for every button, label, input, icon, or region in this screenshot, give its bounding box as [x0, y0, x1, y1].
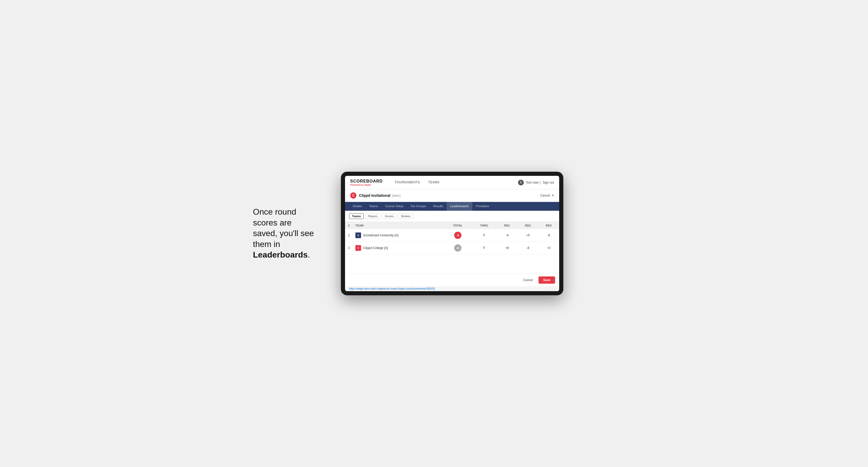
status-bar: https://stage-blue-coach.stagescore boar… — [345, 286, 559, 291]
col-thru: THRU — [471, 222, 497, 229]
sub-nav: Details Teams Course Setup Tee Groups Re… — [345, 202, 559, 211]
col-rd2: RD2 — [518, 222, 538, 229]
row1-rank: 1 — [345, 229, 353, 242]
col-rd1: RD1 — [497, 222, 518, 229]
col-rank: # — [345, 222, 353, 229]
nav-teams[interactable]: TEAMS — [424, 176, 444, 189]
row2-rd1: +8 — [497, 242, 518, 254]
modal-footer: Cancel Save — [345, 274, 559, 286]
tab-tee-groups[interactable]: Tee Groups — [407, 202, 429, 211]
row2-team-name: Clippd College [A] — [363, 246, 388, 250]
filter-scores-button[interactable]: Scores — [382, 213, 397, 219]
left-text-line2: scores are — [253, 218, 291, 227]
col-total: TOTAL — [444, 222, 471, 229]
left-text-period: . — [308, 250, 310, 259]
row1-score-badge: -5 — [454, 232, 461, 239]
close-icon: ✕ — [551, 194, 554, 197]
filter-strokes-button[interactable]: Strokes — [398, 213, 413, 219]
left-text-bold: Leaderboards — [253, 250, 308, 259]
row1-thru: F — [471, 229, 497, 242]
row2-team-logo: C — [355, 245, 361, 251]
tournament-header: C Clippd Invitational (Men) Cancel ✕ — [345, 189, 559, 202]
leaderboard-table-container: # TEAM TOTAL THRU RD1 RD2 RD3 1 — [345, 222, 559, 274]
leaderboard-table: # TEAM TOTAL THRU RD1 RD2 RD3 1 — [345, 222, 559, 254]
filter-players-button[interactable]: Players — [365, 213, 380, 219]
table-row: 2 C Clippd College [A] +3 F — [345, 242, 559, 254]
filter-teams-button[interactable]: Teams — [349, 213, 364, 219]
row1-total: -5 — [444, 229, 471, 242]
nav-tournaments[interactable]: TOURNAMENTS — [391, 176, 424, 189]
row2-score-badge: +3 — [454, 244, 461, 252]
left-text-line4: them in — [253, 240, 280, 249]
row2-thru: F — [471, 242, 497, 254]
tab-details[interactable]: Details — [349, 202, 366, 211]
sign-out-button[interactable]: Sign out — [542, 181, 554, 184]
user-avatar: S — [518, 180, 524, 185]
save-button[interactable]: Save — [538, 276, 555, 284]
row1-team-cell: S Scoreboard University [A] — [353, 229, 444, 242]
tablet-screen: SCOREBOARD Powered by clippd TOURNAMENTS… — [345, 176, 559, 291]
table-row: 1 S Scoreboard University [A] -5 F — [345, 229, 559, 242]
logo-powered: Powered by clippd — [350, 184, 383, 186]
left-text-line3: saved, you'll see — [253, 228, 314, 238]
nav-right: S Test User | Sign out — [518, 180, 554, 185]
tournament-cancel-button[interactable]: Cancel ✕ — [540, 194, 554, 197]
row2-rd3: +3 — [538, 242, 559, 254]
row2-total: +3 — [444, 242, 471, 254]
top-nav: SCOREBOARD Powered by clippd TOURNAMENTS… — [345, 176, 559, 189]
row1-rd1: -4 — [497, 229, 518, 242]
tab-teams[interactable]: Teams — [366, 202, 381, 211]
col-rd3: RD3 — [538, 222, 559, 229]
row1-team-name: Scoreboard University [A] — [363, 234, 398, 237]
row1-team-logo: S — [355, 232, 361, 238]
logo-text: SCOREBOARD — [350, 179, 383, 184]
tournament-name: Clippd Invitational — [359, 193, 390, 197]
left-description: Once round scores are saved, you'll see … — [253, 207, 326, 260]
filter-bar: Teams Players Scores Strokes — [345, 211, 559, 222]
status-url: https://stage-blue-coach.stagescore boar… — [349, 287, 435, 290]
tablet-frame: SCOREBOARD Powered by clippd TOURNAMENTS… — [341, 172, 563, 295]
tab-results[interactable]: Results — [430, 202, 447, 211]
tournament-logo: C — [350, 192, 356, 198]
tab-printables[interactable]: Printables — [472, 202, 493, 211]
cancel-button[interactable]: Cancel — [520, 277, 536, 283]
row2-team-cell: C Clippd College [A] — [353, 242, 444, 254]
tab-leaderboards[interactable]: Leaderboards — [447, 202, 472, 211]
row1-rd2: +5 — [518, 229, 538, 242]
tournament-gender: (Men) — [392, 194, 401, 197]
tab-course-setup[interactable]: Course Setup — [381, 202, 407, 211]
nav-links: TOURNAMENTS TEAMS — [391, 176, 518, 189]
left-text-line1: Once round — [253, 207, 296, 216]
row2-rank: 2 — [345, 242, 353, 254]
nav-user-name: Test User | — [526, 181, 540, 184]
logo-area: SCOREBOARD Powered by clippd — [350, 179, 383, 186]
row2-rd2: -8 — [518, 242, 538, 254]
col-team: TEAM — [353, 222, 444, 229]
row1-rd3: -6 — [538, 229, 559, 242]
page-wrapper: Once round scores are saved, you'll see … — [253, 172, 615, 295]
